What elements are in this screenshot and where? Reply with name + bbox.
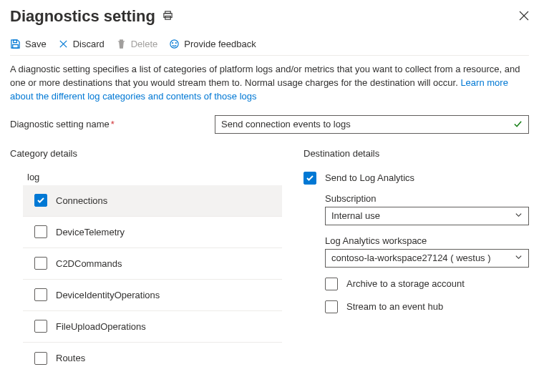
feedback-label: Provide feedback <box>184 39 256 49</box>
subscription-dropdown[interactable]: Internal use <box>325 207 529 225</box>
log-label-devicetelemetry: DeviceTelemetry <box>56 227 125 237</box>
svg-rect-6 <box>13 44 19 48</box>
workspace-dropdown[interactable]: contoso-la-workspace27124 ( westus ) <box>325 249 529 268</box>
required-asterisk: * <box>111 119 115 129</box>
description: A diagnostic setting specifies a list of… <box>10 63 529 104</box>
checkbox-devicetelemetry[interactable] <box>34 225 47 238</box>
details-columns: Category details log Connections DeviceT… <box>10 148 529 374</box>
workspace-label: Log Analytics workspace <box>325 235 529 246</box>
checkbox-fileuploadoperations[interactable] <box>34 320 47 333</box>
toolbar-divider <box>10 55 529 56</box>
chevron-down-icon <box>515 253 523 263</box>
log-label-fileuploadoperations: FileUploadOperations <box>56 321 146 332</box>
checkbox-send-la[interactable] <box>304 172 316 185</box>
stream-label: Stream to an event hub <box>346 301 443 312</box>
log-item-devicetelemetry[interactable]: DeviceTelemetry <box>23 217 282 248</box>
name-field-label: Diagnostic setting name* <box>10 119 215 129</box>
destination-title: Destination details <box>304 148 529 159</box>
category-column: Category details log Connections DeviceT… <box>10 148 282 374</box>
page-title: Diagnostics setting <box>10 7 155 26</box>
description-text: A diagnostic setting specifies a list of… <box>10 64 520 88</box>
destination-column: Destination details Send to Log Analytic… <box>304 148 529 374</box>
subscription-label: Subscription <box>325 193 529 204</box>
archive-label: Archive to a storage account <box>346 278 465 289</box>
dest-stream-eventhub[interactable]: Stream to an event hub <box>304 300 529 313</box>
feedback-button[interactable]: Provide feedback <box>169 39 256 49</box>
log-category-list: Connections DeviceTelemetry C2DCommands … <box>23 185 282 374</box>
svg-point-10 <box>173 43 173 44</box>
svg-point-11 <box>176 43 177 44</box>
save-label: Save <box>25 39 47 49</box>
subscription-value: Internal use <box>331 210 380 221</box>
category-title: Category details <box>10 148 282 159</box>
feedback-icon <box>169 39 180 49</box>
dest-archive-storage[interactable]: Archive to a storage account <box>304 278 529 290</box>
log-label-routes: Routes <box>56 353 85 363</box>
name-input-wrapper[interactable] <box>215 115 529 134</box>
log-item-connections[interactable]: Connections <box>23 185 282 217</box>
workspace-block: Log Analytics workspace contoso-la-works… <box>304 235 529 268</box>
diagnostic-name-input[interactable] <box>221 119 513 129</box>
log-label-c2dcommands: C2DCommands <box>56 258 122 269</box>
workspace-value: contoso-la-workspace27124 ( westus ) <box>331 253 491 263</box>
dest-send-log-analytics[interactable]: Send to Log Analytics <box>304 172 529 185</box>
delete-button: Delete <box>116 39 158 49</box>
delete-label: Delete <box>131 39 158 49</box>
validation-check-icon <box>513 119 523 129</box>
subscription-block: Subscription Internal use <box>304 193 529 225</box>
svg-rect-5 <box>14 40 17 43</box>
checkbox-stream[interactable] <box>325 300 338 313</box>
print-icon[interactable] <box>162 10 173 23</box>
discard-label: Discard <box>73 39 105 49</box>
checkbox-routes[interactable] <box>34 352 47 365</box>
checkbox-archive[interactable] <box>325 278 338 290</box>
toolbar: Save Discard Delete Provide feedback <box>10 39 529 49</box>
log-item-routes[interactable]: Routes <box>23 343 282 374</box>
checkbox-connections[interactable] <box>34 194 47 207</box>
log-group-label: log <box>10 172 282 182</box>
name-field-row: Diagnostic setting name* <box>10 115 529 134</box>
panel-header: Diagnostics setting <box>10 7 529 26</box>
discard-icon <box>58 39 69 49</box>
save-button[interactable]: Save <box>10 39 47 49</box>
checkbox-deviceidentityoperations[interactable] <box>34 288 47 301</box>
discard-button[interactable]: Discard <box>58 39 105 49</box>
log-item-fileuploadoperations[interactable]: FileUploadOperations <box>23 311 282 343</box>
svg-point-9 <box>170 40 178 48</box>
save-icon <box>10 39 21 49</box>
chevron-down-icon <box>515 210 523 221</box>
log-item-deviceidentityoperations[interactable]: DeviceIdentityOperations <box>23 280 282 311</box>
checkbox-c2dcommands[interactable] <box>34 257 47 270</box>
send-la-label: Send to Log Analytics <box>325 172 414 183</box>
delete-icon <box>116 39 127 49</box>
close-icon[interactable] <box>519 11 529 23</box>
log-label-deviceidentityoperations: DeviceIdentityOperations <box>56 290 160 300</box>
log-item-c2dcommands[interactable]: C2DCommands <box>23 248 282 280</box>
log-label-connections: Connections <box>56 195 107 206</box>
